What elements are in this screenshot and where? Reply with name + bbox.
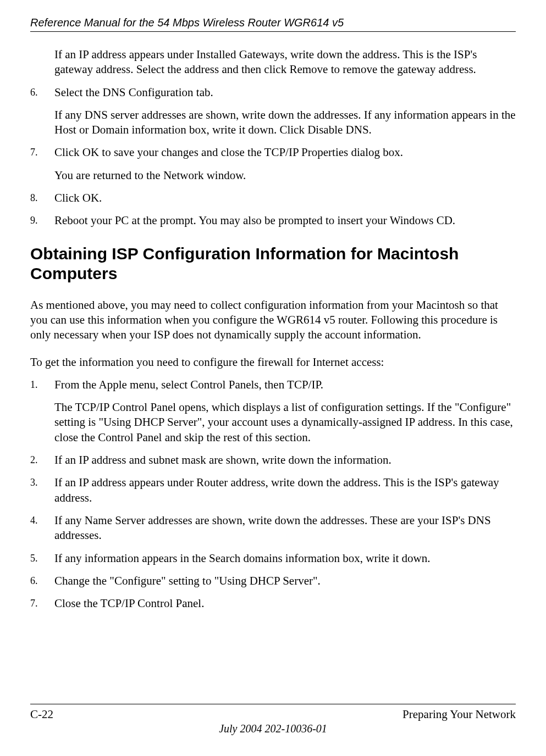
footer-divider (30, 704, 516, 704)
footer-date-line: July 2004 202-10036-01 (30, 722, 516, 735)
step-text: From the Apple menu, select Control Pane… (54, 377, 516, 392)
list-content: If an IP address and subnet mask are sho… (54, 453, 516, 468)
list-item: 5. If any information appears in the Sea… (30, 551, 516, 566)
step-text: Select the DNS Configuration tab. (54, 85, 516, 100)
list-marker: 3. (30, 475, 54, 505)
list-item: 9. Reboot your PC at the prompt. You may… (30, 213, 516, 228)
list-content: Select the DNS Configuration tab. If any… (54, 85, 516, 138)
list-content: If any information appears in the Search… (54, 551, 516, 566)
list-marker: 6. (30, 574, 54, 588)
step-text: Change the "Configure" setting to "Using… (54, 574, 516, 588)
header-title: Reference Manual for the 54 Mbps Wireles… (30, 16, 516, 29)
list-marker: 4. (30, 513, 54, 543)
intro-paragraph: As mentioned above, you may need to coll… (30, 298, 516, 343)
footer-section-name: Preparing Your Network (402, 708, 516, 721)
list-marker: 7. (30, 145, 54, 183)
list-item: 1. From the Apple menu, select Control P… (30, 377, 516, 445)
header-divider (30, 31, 516, 32)
list-content: Change the "Configure" setting to "Using… (54, 574, 516, 588)
list-item: 6. Change the "Configure" setting to "Us… (30, 574, 516, 588)
footer-row: C-22 Preparing Your Network (30, 708, 516, 721)
instruction-paragraph: To get the information you need to confi… (30, 355, 516, 370)
list-item: 7. Close the TCP/IP Control Panel. (30, 596, 516, 611)
section-heading: Obtaining ISP Configuration Information … (30, 244, 516, 284)
document-page: Reference Manual for the 54 Mbps Wireles… (0, 0, 546, 641)
list-item: 3. If an IP address appears under Router… (30, 475, 516, 505)
step-text: The TCP/IP Control Panel opens, which di… (54, 400, 516, 445)
list-marker: 5. (30, 551, 54, 566)
list-marker: 1. (30, 377, 54, 445)
step-text: If an IP address appears under Router ad… (54, 475, 516, 505)
list-marker: 6. (30, 85, 54, 138)
continuation-paragraph: If an IP address appears under Installed… (54, 47, 516, 77)
step-text: If any information appears in the Search… (54, 551, 516, 566)
list-marker: 9. (30, 213, 54, 228)
page-footer: C-22 Preparing Your Network July 2004 20… (30, 704, 516, 735)
list-item: 6. Select the DNS Configuration tab. If … (30, 85, 516, 138)
step-text: You are returned to the Network window. (54, 168, 516, 183)
step-text: Reboot your PC at the prompt. You may al… (54, 213, 516, 228)
step-text: Close the TCP/IP Control Panel. (54, 596, 516, 611)
list-content: Click OK. (54, 191, 516, 205)
list-item: 8. Click OK. (30, 191, 516, 205)
list-marker: 7. (30, 596, 54, 611)
step-text: Click OK to save your changes and close … (54, 145, 516, 160)
list-content: From the Apple menu, select Control Pane… (54, 377, 516, 445)
list-content: If any Name Server addresses are shown, … (54, 513, 516, 543)
step-text: If any DNS server addresses are shown, w… (54, 108, 516, 138)
list-marker: 8. (30, 191, 54, 205)
list-item: 4. If any Name Server addresses are show… (30, 513, 516, 543)
list-content: Close the TCP/IP Control Panel. (54, 596, 516, 611)
list-marker: 2. (30, 453, 54, 468)
list-item: 2. If an IP address and subnet mask are … (30, 453, 516, 468)
step-text: Click OK. (54, 191, 516, 205)
step-text: If any Name Server addresses are shown, … (54, 513, 516, 543)
list-item: 7. Click OK to save your changes and clo… (30, 145, 516, 183)
list-content: Reboot your PC at the prompt. You may al… (54, 213, 516, 228)
list-content: Click OK to save your changes and close … (54, 145, 516, 183)
footer-page-number: C-22 (30, 708, 53, 721)
list-content: If an IP address appears under Router ad… (54, 475, 516, 505)
step-text: If an IP address and subnet mask are sho… (54, 453, 516, 468)
